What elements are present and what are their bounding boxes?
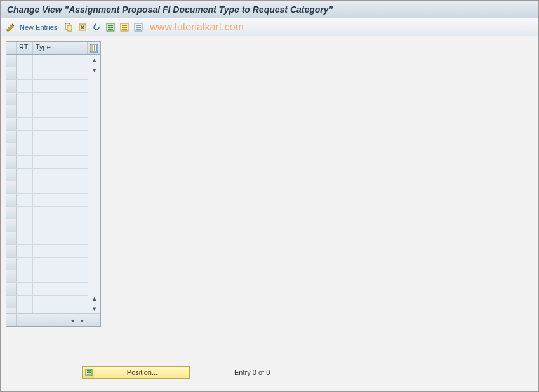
cell-type[interactable]	[33, 105, 88, 117]
cell-type[interactable]	[33, 131, 88, 143]
scroll-up-bottom-icon[interactable]: ▴	[88, 293, 100, 303]
cell-rt[interactable]	[17, 55, 33, 67]
cell-rt[interactable]	[17, 93, 33, 105]
column-header-rt[interactable]: RT	[17, 42, 33, 54]
cell-rt[interactable]	[17, 245, 33, 257]
cell-rt[interactable]	[17, 270, 33, 282]
cell-type[interactable]	[33, 67, 88, 79]
cell-rt[interactable]	[17, 80, 33, 92]
delete-icon[interactable]	[77, 22, 88, 32]
cell-rt[interactable]	[17, 232, 33, 244]
cell-rt[interactable]	[17, 258, 33, 270]
row-selector[interactable]	[6, 143, 17, 155]
cell-type[interactable]	[33, 194, 88, 206]
table-row[interactable]	[6, 258, 88, 270]
select-all-icon[interactable]	[105, 22, 116, 32]
row-selector[interactable]	[6, 169, 17, 181]
table-row[interactable]	[6, 232, 88, 245]
cell-rt[interactable]	[17, 283, 33, 295]
toggle-display-change-icon[interactable]	[6, 22, 16, 32]
cell-type[interactable]	[33, 232, 88, 244]
row-selector[interactable]	[6, 207, 17, 219]
table-row[interactable]	[6, 245, 88, 258]
vertical-scrollbar[interactable]: ▴ ▾ ▴ ▾	[88, 55, 100, 313]
row-selector[interactable]	[6, 270, 17, 282]
cell-type[interactable]	[33, 308, 88, 313]
table-select-all-header[interactable]	[6, 42, 17, 54]
cell-type[interactable]	[33, 143, 88, 155]
cell-type[interactable]	[33, 283, 88, 295]
select-block-icon[interactable]	[119, 22, 130, 32]
table-row[interactable]	[6, 105, 88, 118]
cell-rt[interactable]	[17, 296, 33, 308]
cell-type[interactable]	[33, 80, 88, 92]
row-selector[interactable]	[6, 80, 17, 92]
table-row[interactable]	[6, 296, 88, 308]
cell-rt[interactable]	[17, 143, 33, 155]
table-row[interactable]	[6, 131, 88, 143]
cell-type[interactable]	[33, 270, 88, 282]
table-row[interactable]	[6, 283, 88, 296]
row-selector[interactable]	[6, 67, 17, 79]
table-row[interactable]	[6, 207, 88, 219]
cell-rt[interactable]	[17, 131, 33, 143]
cell-rt[interactable]	[17, 219, 33, 232]
scroll-down-icon[interactable]: ▾	[88, 65, 100, 75]
position-button[interactable]: Position...	[82, 366, 190, 379]
row-selector[interactable]	[6, 245, 17, 257]
scroll-down-bottom-icon[interactable]: ▾	[88, 303, 100, 313]
configure-columns-button[interactable]	[88, 42, 100, 54]
row-selector[interactable]	[6, 131, 17, 143]
row-selector[interactable]	[6, 156, 17, 168]
table-row[interactable]	[6, 143, 88, 156]
cell-rt[interactable]	[17, 308, 33, 313]
row-selector[interactable]	[6, 118, 17, 130]
table-row[interactable]	[6, 93, 88, 105]
cell-rt[interactable]	[17, 169, 33, 181]
table-row[interactable]	[6, 169, 88, 181]
scroll-left-icon[interactable]: ◂	[68, 316, 77, 325]
row-selector[interactable]	[6, 308, 17, 313]
cell-type[interactable]	[33, 156, 88, 168]
row-selector[interactable]	[6, 232, 17, 244]
horizontal-scrollbar[interactable]: ◂ ▸	[17, 314, 88, 326]
cell-type[interactable]	[33, 118, 88, 130]
row-selector[interactable]	[6, 105, 17, 117]
cell-rt[interactable]	[17, 118, 33, 130]
deselect-all-icon[interactable]	[133, 22, 143, 32]
cell-rt[interactable]	[17, 207, 33, 219]
scroll-up-icon[interactable]: ▴	[88, 55, 100, 65]
copy-as-icon[interactable]	[63, 22, 74, 32]
table-row[interactable]	[6, 194, 88, 207]
cell-rt[interactable]	[17, 67, 33, 79]
cell-type[interactable]	[33, 258, 88, 270]
cell-type[interactable]	[33, 207, 88, 219]
table-row[interactable]	[6, 156, 88, 169]
row-selector[interactable]	[6, 181, 17, 193]
table-row[interactable]	[6, 118, 88, 131]
cell-type[interactable]	[33, 181, 88, 193]
table-row[interactable]	[6, 67, 88, 80]
new-entries-button[interactable]: New Entries	[20, 23, 57, 31]
cell-type[interactable]	[33, 93, 88, 105]
cell-rt[interactable]	[17, 194, 33, 206]
row-selector[interactable]	[6, 296, 17, 308]
row-selector[interactable]	[6, 194, 17, 206]
row-selector[interactable]	[6, 258, 17, 270]
table-row[interactable]	[6, 80, 88, 93]
table-row[interactable]	[6, 55, 88, 67]
cell-type[interactable]	[33, 55, 88, 67]
row-selector[interactable]	[6, 283, 17, 295]
table-row[interactable]	[6, 181, 88, 194]
row-selector[interactable]	[6, 219, 17, 232]
cell-type[interactable]	[33, 296, 88, 308]
row-selector[interactable]	[6, 55, 17, 67]
cell-type[interactable]	[33, 245, 88, 257]
table-row[interactable]	[6, 308, 88, 313]
column-header-type[interactable]: Type	[33, 42, 88, 54]
cell-type[interactable]	[33, 219, 88, 232]
cell-rt[interactable]	[17, 156, 33, 168]
cell-rt[interactable]	[17, 181, 33, 193]
cell-type[interactable]	[33, 169, 88, 181]
scroll-right-icon[interactable]: ▸	[77, 316, 86, 325]
